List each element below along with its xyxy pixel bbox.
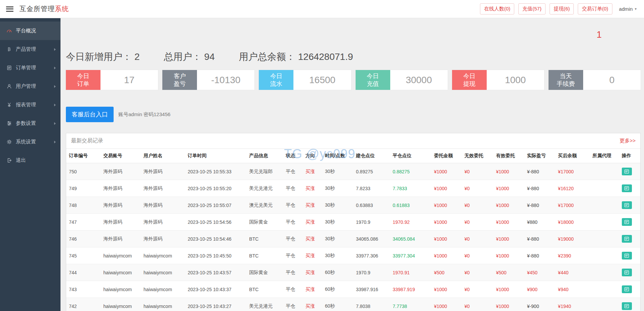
sidebar-item-user-management[interactable]: 用户管理 <box>0 77 61 96</box>
more-link[interactable]: 更多>> <box>619 138 636 144</box>
cell-product: BTC <box>246 231 283 247</box>
cell-close-price: 7.7833 <box>390 180 431 197</box>
cell-open-price: 34065.086 <box>353 231 390 247</box>
column-header: 有效委托 <box>493 149 524 163</box>
cell-account: haiwaiymcom <box>100 247 141 264</box>
summary-item-2: 用户总余额：126428071.9 <box>239 50 353 63</box>
orders-icon <box>6 65 12 71</box>
header-badge-online-users[interactable]: 在线人数(0) <box>480 3 514 14</box>
cell-order-time: 2023-10-25 10:55:33 <box>185 163 247 180</box>
cell-amount: ¥1000 <box>431 197 462 214</box>
stat-card-label: 今日提现 <box>452 70 487 90</box>
cell-product: BTC <box>246 247 283 264</box>
hamburger-menu-icon[interactable] <box>6 6 13 12</box>
cell-open-price: 7.8233 <box>353 180 390 197</box>
column-header: 用户姓名 <box>141 149 185 163</box>
cell-valid-amount: ¥500 <box>493 264 524 281</box>
row-detail-button[interactable] <box>622 252 632 260</box>
cell-status: 平仓 <box>283 214 303 231</box>
admin-dropdown[interactable]: admin ▾ <box>619 6 637 12</box>
header-badge-trade-orders[interactable]: 交易订单(0) <box>578 3 612 14</box>
cell-order-id: 743 <box>66 281 100 298</box>
cell-duration: 60秒 <box>322 298 353 311</box>
column-header: 时间/点数 <box>322 149 353 163</box>
header-badge-recharge[interactable]: 充值(57) <box>518 3 546 14</box>
cell-username: 海外源码 <box>141 214 185 231</box>
row-detail-button[interactable] <box>622 269 632 276</box>
cell-order-id: 746 <box>66 231 100 247</box>
row-detail-button[interactable] <box>622 184 632 192</box>
cell-account: 海外源码 <box>100 163 141 180</box>
table-row: 744haiwaiymcomhaiwaiymcom2023-10-25 10:4… <box>66 264 640 281</box>
sidebar-item-label: 产品管理 <box>16 46 54 53</box>
panel-header: 最新交易记录 更多>> <box>66 133 640 149</box>
cell-operation <box>619 247 640 264</box>
cell-account: 海外源码 <box>100 197 141 214</box>
cell-operation <box>619 281 640 298</box>
app-root: 互金所管理系统 在线人数(0)充值(57)提现(6)交易订单(0) admin … <box>0 0 644 311</box>
sidebar-item-param-settings[interactable]: 参数设置 <box>0 114 61 133</box>
cell-agent <box>590 264 619 281</box>
sidebar-item-order-management[interactable]: 订单管理 <box>0 59 61 77</box>
header-badge-withdraw[interactable]: 提现(6) <box>550 3 574 14</box>
row-detail-button[interactable] <box>622 235 632 243</box>
logout-icon <box>6 158 12 164</box>
row-detail-button[interactable] <box>622 218 632 226</box>
column-header: 委托金额 <box>431 149 462 163</box>
cell-product: 美元兑港元 <box>246 180 283 197</box>
cell-order-time: 2023-10-25 10:43:27 <box>185 298 247 311</box>
table-header-row: 订单编号交易账号用户姓名订单时间产品信息状态方向时间/点数建仓点位平仓点位委托金… <box>66 149 640 163</box>
app-title: 互金所管理系统 <box>19 4 69 13</box>
column-header: 平仓点位 <box>390 149 431 163</box>
cell-product: BTC <box>246 281 283 298</box>
cell-order-time: 2023-10-25 10:55:07 <box>185 197 247 214</box>
cell-profit: ¥-880 <box>524 180 555 197</box>
stat-card-label: 今日流水 <box>259 70 293 90</box>
cell-duration: 30秒 <box>322 214 353 231</box>
sidebar-item-platform-overview[interactable]: 平台概况 <box>0 22 61 40</box>
table-row: 747海外源码海外源码2023-10-25 10:54:56国际黄金平仓买涨30… <box>66 214 640 231</box>
cell-direction: 买涨 <box>303 180 322 197</box>
cell-account: 海外源码 <box>100 231 141 247</box>
cell-open-price: 33987.916 <box>353 281 390 298</box>
cell-amount: ¥1000 <box>431 214 462 231</box>
cell-invalid-amount: ¥0 <box>462 163 493 180</box>
row-detail-button[interactable] <box>622 285 632 293</box>
stat-card-value: -10130 <box>197 70 254 90</box>
column-header: 实际盈亏 <box>524 149 555 163</box>
stat-card-value: 1000 <box>487 70 544 90</box>
column-header: 状态 <box>283 149 303 163</box>
cell-valid-amount: ¥1000 <box>493 298 524 311</box>
cell-account: haiwaiymcom <box>100 298 141 311</box>
row-detail-button[interactable] <box>622 168 632 175</box>
row-detail-button[interactable] <box>622 302 632 310</box>
cell-order-id: 750 <box>66 163 100 180</box>
sidebar-item-system-settings[interactable]: 系统设置 <box>0 133 61 151</box>
sidebar-item-label: 平台概况 <box>16 28 56 34</box>
sidebar-item-product-management[interactable]: 产品管理 <box>0 40 61 59</box>
table-body: 750海外源码海外源码2023-10-25 10:55:33美元兑瑞郎平仓买涨3… <box>66 163 640 311</box>
cell-agent <box>590 180 619 197</box>
cell-username: haiwaiymcom <box>141 281 185 298</box>
sidebar-item-logout[interactable]: 退出 <box>0 151 61 170</box>
sidebar-item-report-management[interactable]: 报表管理 <box>0 96 61 114</box>
cell-direction: 买涨 <box>303 264 322 281</box>
cell-direction: 买涨 <box>303 298 322 311</box>
cell-valid-amount: ¥1000 <box>493 247 524 264</box>
stat-card-label: 今日充值 <box>356 70 390 90</box>
header-right: 在线人数(0)充值(57)提现(6)交易订单(0) admin ▾ <box>480 3 638 14</box>
cell-open-price: 1970.9 <box>353 264 390 281</box>
chevron-right-icon <box>54 85 56 88</box>
cell-valid-amount: ¥1000 <box>493 231 524 247</box>
cell-operation <box>619 264 640 281</box>
cell-agent <box>590 197 619 214</box>
cell-order-time: 2023-10-25 10:55:20 <box>185 180 247 197</box>
column-header: 方向 <box>303 149 322 163</box>
cell-status: 平仓 <box>283 264 303 281</box>
row-detail-button[interactable] <box>622 201 632 209</box>
cell-close-price: 0.88275 <box>390 163 431 180</box>
service-portal-button[interactable]: 客服后台入口 <box>66 107 114 122</box>
cell-direction: 买涨 <box>303 231 322 247</box>
main-content: 1 今日新增用户：2总用户：94用户总余额：126428071.9 今日订单17… <box>61 18 644 311</box>
cell-balance: ¥1940 <box>555 298 590 311</box>
